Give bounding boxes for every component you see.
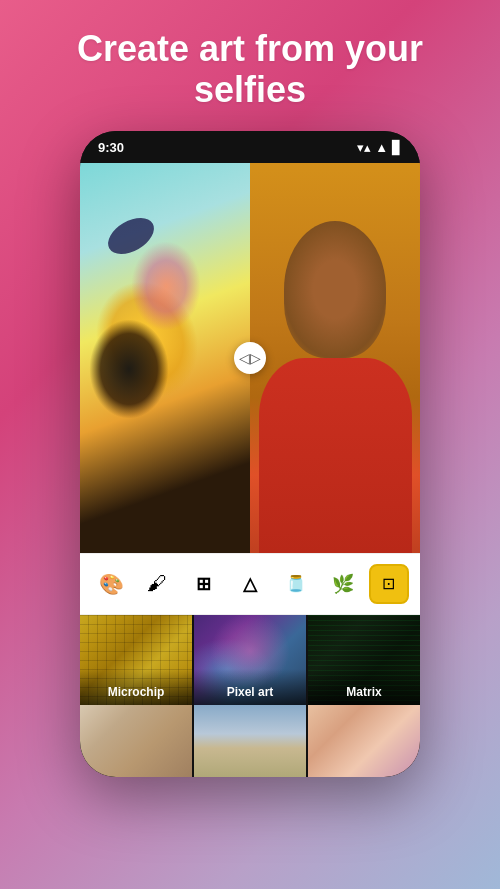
- filter-microchip-label: Microchip: [80, 669, 192, 705]
- right-photo-panel: [250, 163, 420, 553]
- tool-palette[interactable]: 🎨: [91, 564, 131, 604]
- filter-pixel-art[interactable]: Pixel art: [194, 615, 306, 705]
- comparison-divider[interactable]: ◁▷: [234, 342, 266, 374]
- filter-floral-thumb: [80, 705, 192, 777]
- status-bar: 9:30 ▾▴ ▲ ▊: [80, 131, 420, 163]
- filter-matrix-label: Matrix: [308, 669, 420, 705]
- tool-layers[interactable]: ⊞: [184, 564, 224, 604]
- image-comparison[interactable]: ◁▷: [80, 163, 420, 553]
- filter-abstract[interactable]: [308, 705, 420, 777]
- tool-spray[interactable]: 🫙: [276, 564, 316, 604]
- phone-mockup: 9:30 ▾▴ ▲ ▊ ◁▷ 🎨 �: [80, 131, 420, 777]
- tools-bar: 🎨 🖌 ⊞ △ 🫙 🌿 ⊡: [80, 553, 420, 615]
- battery-icon: ▊: [392, 140, 402, 155]
- status-icons: ▾▴ ▲ ▊: [357, 140, 402, 155]
- tool-leaf[interactable]: 🌿: [323, 564, 363, 604]
- filter-matrix[interactable]: Matrix: [308, 615, 420, 705]
- tool-triangle[interactable]: △: [230, 564, 270, 604]
- filters-grid: Microchip Pixel art Matrix: [80, 615, 420, 705]
- filter-abstract-thumb: [308, 705, 420, 777]
- filters-grid-bottom: [80, 705, 420, 777]
- filter-pixel-art-label: Pixel art: [194, 669, 306, 705]
- filter-floral[interactable]: [80, 705, 192, 777]
- tool-brush[interactable]: 🖌: [137, 564, 177, 604]
- filter-landscape-thumb: [194, 705, 306, 777]
- status-time: 9:30: [98, 140, 124, 155]
- header-title: Create art from your selfies: [0, 0, 500, 131]
- filter-landscape[interactable]: [194, 705, 306, 777]
- filter-microchip[interactable]: Microchip: [80, 615, 192, 705]
- left-art-panel: [80, 163, 250, 553]
- wifi-icon: ▾▴: [357, 140, 371, 155]
- tool-chip[interactable]: ⊡: [369, 564, 409, 604]
- signal-icon: ▲: [375, 140, 388, 155]
